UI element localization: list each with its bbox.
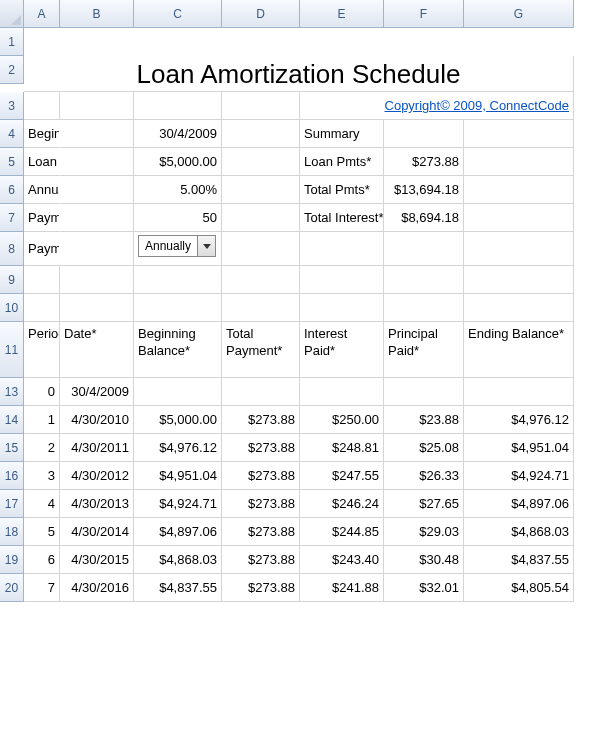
cell-end-6[interactable]: $4,837.55: [464, 546, 574, 574]
cell-end-0[interactable]: [464, 378, 574, 406]
cell-begin-3[interactable]: $4,951.04: [134, 462, 222, 490]
cell-D8[interactable]: [222, 232, 300, 266]
copyright-link[interactable]: Copyright© 2009, ConnectCode: [300, 92, 574, 120]
cell-prin-4[interactable]: $27.65: [384, 490, 464, 518]
value-begin-date[interactable]: 30/4/2009: [134, 120, 222, 148]
row-header-4[interactable]: 4: [0, 120, 24, 148]
row-header-11[interactable]: 11: [0, 322, 24, 378]
cell-r9c2[interactable]: [134, 266, 222, 294]
cell-B7[interactable]: [60, 204, 134, 232]
cell-r10c2[interactable]: [134, 294, 222, 322]
cell-B5[interactable]: [60, 148, 134, 176]
cell-date-2[interactable]: 4/30/2011: [60, 434, 134, 462]
cell-r1c3[interactable]: [222, 28, 300, 56]
cell-r10c5[interactable]: [384, 294, 464, 322]
cell-prin-1[interactable]: $23.88: [384, 406, 464, 434]
row-header-7[interactable]: 7: [0, 204, 24, 232]
value-total-int[interactable]: $8,694.18: [384, 204, 464, 232]
value-period[interactable]: 50: [134, 204, 222, 232]
row-header-6[interactable]: 6: [0, 176, 24, 204]
cell-period-5[interactable]: 5: [24, 518, 60, 546]
row-header-8[interactable]: 8: [0, 232, 24, 266]
cell-period-4[interactable]: 4: [24, 490, 60, 518]
cell-pmt-5[interactable]: $273.88: [222, 518, 300, 546]
cell-date-7[interactable]: 4/30/2016: [60, 574, 134, 602]
row-header-1[interactable]: 1: [0, 28, 24, 56]
cell-prin-3[interactable]: $26.33: [384, 462, 464, 490]
cell-r10c6[interactable]: [464, 294, 574, 322]
cell-G7[interactable]: [464, 204, 574, 232]
cell-G5[interactable]: [464, 148, 574, 176]
value-air[interactable]: 5.00%: [134, 176, 222, 204]
freq-dropdown-cell[interactable]: Annually: [134, 232, 222, 266]
cell-G8[interactable]: [464, 232, 574, 266]
cell-B4[interactable]: [60, 120, 134, 148]
row-header-5[interactable]: 5: [0, 148, 24, 176]
cell-pmt-6[interactable]: $273.88: [222, 546, 300, 574]
value-loan-pmts[interactable]: $273.88: [384, 148, 464, 176]
col-header-A[interactable]: A: [24, 0, 60, 28]
cell-prin-0[interactable]: [384, 378, 464, 406]
col-header-E[interactable]: E: [300, 0, 384, 28]
cell-pmt-1[interactable]: $273.88: [222, 406, 300, 434]
cell-r1c2[interactable]: [134, 28, 222, 56]
row-header-18[interactable]: 18: [0, 518, 24, 546]
cell-end-7[interactable]: $4,805.54: [464, 574, 574, 602]
row-header-2[interactable]: 2: [0, 56, 24, 84]
cell-date-1[interactable]: 4/30/2010: [60, 406, 134, 434]
cell-r9c0[interactable]: [24, 266, 60, 294]
cell-date-3[interactable]: 4/30/2012: [60, 462, 134, 490]
cell-int-7[interactable]: $241.88: [300, 574, 384, 602]
row-header-9[interactable]: 9: [0, 266, 24, 294]
cell-r10c4[interactable]: [300, 294, 384, 322]
cell-r1c6[interactable]: [464, 28, 574, 56]
cell-begin-4[interactable]: $4,924.71: [134, 490, 222, 518]
row-header-10[interactable]: 10: [0, 294, 24, 322]
row-header-19[interactable]: 19: [0, 546, 24, 574]
cell-period-1[interactable]: 1: [24, 406, 60, 434]
cell-date-6[interactable]: 4/30/2015: [60, 546, 134, 574]
cell-end-5[interactable]: $4,868.03: [464, 518, 574, 546]
cell-begin-6[interactable]: $4,868.03: [134, 546, 222, 574]
cell-G4[interactable]: [464, 120, 574, 148]
cell-end-2[interactable]: $4,951.04: [464, 434, 574, 462]
cell-int-0[interactable]: [300, 378, 384, 406]
cell-pmt-2[interactable]: $273.88: [222, 434, 300, 462]
cell-date-4[interactable]: 4/30/2013: [60, 490, 134, 518]
cell-F4[interactable]: [384, 120, 464, 148]
col-header-D[interactable]: D: [222, 0, 300, 28]
cell-D5[interactable]: [222, 148, 300, 176]
cell-begin-2[interactable]: $4,976.12: [134, 434, 222, 462]
cell-period-6[interactable]: 6: [24, 546, 60, 574]
cell-pmt-3[interactable]: $273.88: [222, 462, 300, 490]
cell-D4[interactable]: [222, 120, 300, 148]
cell-end-3[interactable]: $4,924.71: [464, 462, 574, 490]
col-header-G[interactable]: G: [464, 0, 574, 28]
cell-r1c5[interactable]: [384, 28, 464, 56]
cell-r10c3[interactable]: [222, 294, 300, 322]
cell-B8[interactable]: [60, 232, 134, 266]
cell-int-6[interactable]: $243.40: [300, 546, 384, 574]
col-header-B[interactable]: B: [60, 0, 134, 28]
cell-end-4[interactable]: $4,897.06: [464, 490, 574, 518]
cell-date-5[interactable]: 4/30/2014: [60, 518, 134, 546]
col-header-F[interactable]: F: [384, 0, 464, 28]
cell-period-0[interactable]: 0: [24, 378, 60, 406]
cell-B6[interactable]: [60, 176, 134, 204]
cell-prin-6[interactable]: $30.48: [384, 546, 464, 574]
value-loan-amount[interactable]: $5,000.00: [134, 148, 222, 176]
cell-period-7[interactable]: 7: [24, 574, 60, 602]
row-header-20[interactable]: 20: [0, 574, 24, 602]
cell-r9c5[interactable]: [384, 266, 464, 294]
cell-r10c0[interactable]: [24, 294, 60, 322]
cell-begin-0[interactable]: [134, 378, 222, 406]
row-header-16[interactable]: 16: [0, 462, 24, 490]
cell-r1c0[interactable]: [24, 28, 60, 56]
cell-r9c1[interactable]: [60, 266, 134, 294]
cell-pmt-7[interactable]: $273.88: [222, 574, 300, 602]
row-header-14[interactable]: 14: [0, 406, 24, 434]
row-header-15[interactable]: 15: [0, 434, 24, 462]
chevron-down-icon[interactable]: [197, 236, 215, 256]
row-header-17[interactable]: 17: [0, 490, 24, 518]
cell-begin-7[interactable]: $4,837.55: [134, 574, 222, 602]
